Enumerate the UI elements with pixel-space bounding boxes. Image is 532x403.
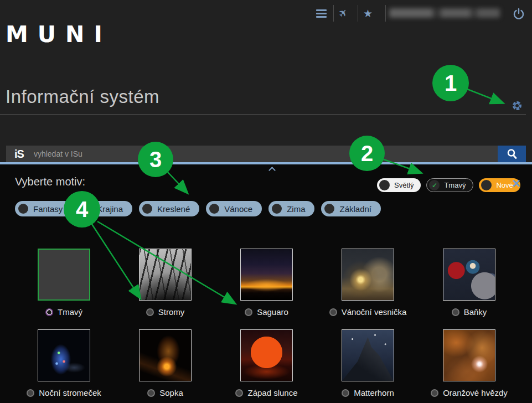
theme-option-stromy[interactable]: Stromy <box>115 249 216 317</box>
radio[interactable] <box>329 308 337 316</box>
filter-zima[interactable]: Zima <box>268 201 314 216</box>
theme-label: Tmavý <box>58 307 82 317</box>
divider <box>385 5 386 22</box>
filter-dot <box>18 204 28 214</box>
theme-label: Vánoční vesnička <box>342 307 407 317</box>
filter-label: Zima <box>287 204 305 214</box>
is-muni-page: ✈ ★ MUNI Informační systém iS Vyberte mo… <box>0 0 532 403</box>
theme-option-nocni-stromecek[interactable]: Noční stromeček <box>13 329 115 397</box>
theme-thumbnail[interactable] <box>38 249 90 301</box>
toggle-svetly[interactable]: Světlý <box>377 178 421 192</box>
divider <box>0 114 526 115</box>
radio[interactable] <box>146 308 154 316</box>
annotation-arrow-3 <box>168 172 187 193</box>
search-bar: iS <box>6 146 526 162</box>
theme-option-vanocni-vesnicka[interactable]: Vánoční vesnička <box>317 249 419 317</box>
theme-label: Západ slunce <box>247 388 297 397</box>
panel-title: Vyberte motiv: <box>15 175 85 188</box>
radio[interactable] <box>245 308 252 316</box>
filter-label: Krajina <box>97 204 123 214</box>
theme-thumbnail[interactable] <box>38 329 90 381</box>
filter-label: Vánoce <box>224 204 252 214</box>
gear-icon[interactable] <box>513 101 521 110</box>
filter-label: Fantasy <box>33 204 63 214</box>
theme-option-banky[interactable]: Baňky <box>419 249 520 317</box>
filter-vanoce[interactable]: Vánoce <box>206 201 262 216</box>
toggle-tmavy[interactable]: ✓ Tmavý <box>426 178 473 192</box>
page-title: Informační systém <box>6 86 159 107</box>
theme-label: Saguaro <box>257 307 288 317</box>
theme-thumbnail[interactable] <box>443 249 495 301</box>
theme-label: Baňky <box>464 307 487 317</box>
filter-dot <box>324 204 334 214</box>
theme-label: Matterhorn <box>354 388 394 397</box>
theme-label: Noční stromeček <box>39 388 101 397</box>
filter-zakladni[interactable]: Základní <box>321 201 381 216</box>
theme-thumbnail[interactable] <box>342 249 394 301</box>
radio[interactable] <box>27 389 34 397</box>
radio[interactable] <box>452 308 459 316</box>
user-name-blurred[interactable] <box>389 8 500 18</box>
filter-dot <box>209 204 219 214</box>
panel-top-border <box>0 162 532 164</box>
theme-label: Oranžové hvězdy <box>443 388 508 397</box>
radio[interactable] <box>235 389 243 397</box>
muni-logo[interactable]: MUNI <box>6 21 112 48</box>
filter-kreslene[interactable]: Kreslené <box>139 201 199 216</box>
theme-thumbnail[interactable] <box>240 329 293 381</box>
theme-option-matterhorn[interactable]: Matterhorn <box>317 329 419 397</box>
theme-option-saguaro[interactable]: Saguaro <box>216 249 317 317</box>
power-icon[interactable] <box>513 8 525 22</box>
theme-option-zapad-slunce[interactable]: Západ slunce <box>216 329 317 397</box>
toggle-label: Nové <box>496 181 513 189</box>
filter-dot <box>82 204 92 214</box>
toggle-knob: ✓ <box>429 180 440 190</box>
theme-grid: Tmavý Stromy Saguaro Vánoční vesnička Ba… <box>13 249 520 397</box>
theme-label: Stromy <box>158 307 185 317</box>
filter-dot <box>272 204 282 214</box>
search-icon <box>506 148 518 160</box>
search-input[interactable] <box>34 149 498 158</box>
theme-thumbnail[interactable] <box>342 329 394 381</box>
divider <box>333 5 334 22</box>
theme-thumbnail[interactable] <box>139 329 192 381</box>
theme-thumbnail[interactable] <box>443 329 495 381</box>
toggle-label: Tmavý <box>444 181 466 189</box>
theme-option-tmavy[interactable]: Tmavý <box>13 249 115 317</box>
check-icon: ✓ <box>432 182 437 189</box>
toggle-label: Světlý <box>394 181 414 189</box>
chevron-up-icon[interactable] <box>268 167 276 174</box>
toggle-knob <box>481 180 492 190</box>
divider <box>358 5 358 22</box>
theme-thumbnail[interactable] <box>240 249 293 301</box>
radio[interactable] <box>147 389 155 397</box>
menu-icon[interactable] <box>316 9 327 19</box>
is-logo: iS <box>14 148 24 161</box>
filter-label: Základní <box>339 204 371 214</box>
star-icon[interactable]: ★ <box>363 7 373 20</box>
mode-toggles: Světlý ✓ Tmavý Nové <box>377 178 520 192</box>
theme-option-oranzove-hvezdy[interactable]: Oranžové hvězdy <box>419 329 520 397</box>
theme-option-sopka[interactable]: Sopka <box>115 329 216 397</box>
filter-fantasy[interactable]: Fantasy <box>15 201 72 216</box>
filter-dot <box>142 204 152 214</box>
filter-label: Kreslené <box>157 204 190 214</box>
theme-thumbnail[interactable] <box>139 249 192 301</box>
theme-label: Sopka <box>159 388 183 397</box>
search-button[interactable] <box>498 146 526 162</box>
filter-krajina[interactable]: Krajina <box>79 201 132 216</box>
theme-filters: Fantasy Krajina Kreslené Vánoce Zima Zák… <box>15 201 381 216</box>
radio[interactable] <box>342 389 349 397</box>
radio-selected[interactable] <box>45 308 53 316</box>
close-icon[interactable]: × <box>512 176 520 190</box>
toggle-knob <box>379 180 390 190</box>
radio[interactable] <box>431 389 438 397</box>
